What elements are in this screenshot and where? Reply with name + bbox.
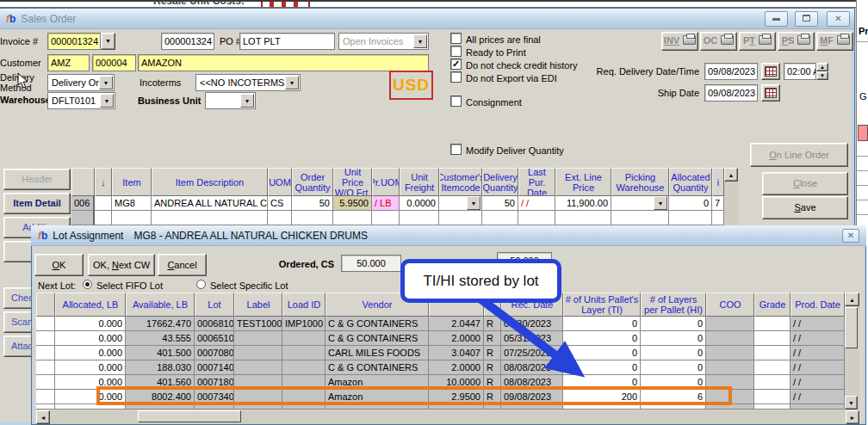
scroll-up-icon[interactable]: ▲	[724, 168, 738, 182]
fifo-lot-radio[interactable]	[83, 280, 92, 289]
invoice-input[interactable]: 000001324	[47, 33, 101, 50]
po-input[interactable]: LOT PLT	[239, 33, 335, 50]
cell-layers-per-pallet-hi[interactable]: 0	[641, 346, 706, 360]
lot-row[interactable]: 0.000 401.500 000708001 CARL MILES FOODS…	[36, 346, 859, 360]
modify-deliver-quantity-checkbox[interactable]	[450, 144, 462, 155]
cell-units-per-layer-ti[interactable]: 0	[563, 360, 641, 375]
chevron-down-icon[interactable]: ▼	[285, 76, 299, 89]
col-item[interactable]: Item	[112, 168, 152, 196]
col-allocated-quantity[interactable]: Allocated Quantity	[669, 168, 712, 196]
invoice-dropdown-button[interactable]: ▼	[101, 33, 115, 50]
close-button[interactable]: ✕	[827, 11, 850, 27]
hscroll-thumb[interactable]	[138, 410, 241, 422]
print-oc-button[interactable]: OC	[700, 32, 737, 51]
chevron-down-icon[interactable]: ▼	[240, 94, 254, 108]
chevron-down-icon[interactable]: ▼	[99, 76, 113, 89]
vscroll-thumb[interactable]	[845, 307, 858, 348]
col-customers-itemcode[interactable]: Customer's Itemcode	[439, 168, 482, 196]
row-selector[interactable]	[36, 331, 55, 346]
sales-order-titlebar[interactable]: fb Sales Order	[0, 9, 854, 29]
time-spinner[interactable]: ▲ ▼	[816, 63, 828, 80]
lot-row[interactable]: 0.000 188.030 000714001 C & G CONTAINERS…	[36, 360, 859, 375]
row-selector[interactable]	[36, 346, 55, 360]
sidebar-item-header[interactable]: Header	[3, 169, 71, 190]
lot-grid-hscrollbar[interactable]: ◄ ►	[36, 410, 859, 424]
item-row-empty[interactable]	[71, 211, 738, 225]
chevron-down-icon[interactable]: ▼	[413, 34, 427, 48]
ready-to-print-checkbox[interactable]	[450, 46, 462, 57]
req-delivery-date-input[interactable]: 09/08/2023	[704, 63, 758, 80]
ok-button[interactable]: OK	[34, 254, 84, 276]
cancel-button[interactable]: Cancel	[158, 254, 207, 276]
col-picking-warehouse[interactable]: Picking Warehouse	[611, 168, 669, 196]
specific-lot-radio[interactable]	[196, 280, 206, 289]
on-line-order-button[interactable]: On Line Order	[750, 143, 848, 167]
incoterms-select[interactable]: <<NO INCOTERMS>>▼	[195, 74, 301, 91]
scroll-down-icon[interactable]: ▼	[845, 396, 858, 410]
col-unit-freight[interactable]: Unit Freight	[400, 168, 439, 196]
lot-row[interactable]: 0.000 43.555 000651001 C & G CONTAINERS …	[36, 331, 859, 346]
all-prices-final-checkbox[interactable]	[450, 33, 462, 44]
col-grade[interactable]: Grade	[754, 293, 790, 317]
row-selector[interactable]	[36, 375, 55, 390]
invoice-number-field[interactable]: 000001324	[161, 33, 214, 50]
scroll-left-icon[interactable]: ◄	[36, 410, 50, 424]
spin-down-icon[interactable]: ▼	[816, 71, 828, 80]
no-credit-check-checkbox[interactable]: ✓	[450, 59, 462, 70]
open-invoices-select[interactable]: Open Invoices▼	[338, 33, 429, 50]
scroll-up-icon[interactable]: ▲	[845, 293, 859, 306]
minimize-button[interactable]	[765, 11, 788, 27]
spin-up-icon[interactable]: ▲	[816, 63, 828, 71]
row-selector[interactable]: 006	[71, 196, 95, 211]
business-unit-select[interactable]: ▼	[205, 92, 256, 109]
scroll-right-icon[interactable]: ►	[846, 410, 859, 424]
col-label[interactable]: Label	[234, 293, 282, 317]
col-item-description[interactable]: Item Description	[152, 168, 268, 196]
col-uom[interactable]: UOM	[268, 168, 292, 196]
cell-customers-itemcode[interactable]: ▼	[439, 196, 482, 211]
ok-next-cw-button[interactable]: OK, Next CW	[88, 254, 155, 276]
cell-units-per-layer-ti[interactable]: 0	[563, 346, 641, 360]
print-pt-button[interactable]: PT	[739, 32, 776, 51]
cell-units-per-layer-ti[interactable]: 0	[563, 331, 641, 346]
chevron-down-icon[interactable]: ▼	[100, 94, 114, 108]
col-available-lb[interactable]: Available, LB	[126, 293, 195, 317]
no-edi-export-checkbox[interactable]	[450, 71, 462, 83]
col-ext-line-price[interactable]: Ext. Line Price	[555, 168, 611, 196]
col-allocated-lb[interactable]: Allocated, LB	[55, 293, 126, 317]
cell-picking-warehouse[interactable]: ▼	[611, 196, 669, 211]
customer-code-input[interactable]: AMZ	[47, 54, 90, 71]
col-delivery-quantity[interactable]: Delivery Quantity	[482, 168, 518, 196]
cell-layers-per-pallet-hi[interactable]: 0	[641, 331, 706, 346]
close-order-button[interactable]: Close	[762, 172, 848, 195]
print-ps-button[interactable]: PS	[778, 32, 815, 51]
cell-units-per-layer-ti[interactable]: 0	[563, 317, 641, 331]
col-units-per-layer-ti[interactable]: # of Units Pallet's Layer (TI)	[563, 293, 641, 317]
col-coo[interactable]: COO	[706, 293, 754, 317]
lot-grid-vscrollbar[interactable]: ▲ ▼	[845, 293, 859, 410]
chevron-down-icon[interactable]: ▼	[467, 196, 480, 210]
col-last-pur-date[interactable]: Last Pur. Date	[518, 168, 555, 196]
cell-layers-per-pallet-hi[interactable]: 0	[641, 360, 706, 375]
req-delivery-calendar-button[interactable]	[761, 63, 780, 80]
customer-name-field[interactable]: AMAZON	[138, 54, 429, 71]
col-layers-per-pallet-hi[interactable]: # of Layers per Pallet (HI)	[641, 293, 706, 317]
col-order-quantity[interactable]: Order Quantity	[292, 168, 333, 196]
restore-button[interactable]	[795, 11, 818, 27]
lot-assignment-titlebar[interactable]: fb Lot Assignment MG8 - ANDREA ALL NATUR…	[31, 225, 866, 246]
warehouse-select[interactable]: DFLT0101▼	[47, 92, 115, 109]
row-selector[interactable]	[36, 360, 55, 375]
print-invoice-button[interactable]: INV	[661, 32, 698, 51]
dialog-close-button[interactable]: ✕	[842, 229, 859, 243]
item-row[interactable]: 006 MG8 ANDREA ALL NATURAL CHICKEN DRUMS…	[71, 196, 738, 211]
row-selector[interactable]	[36, 317, 55, 331]
req-delivery-time-input[interactable]: 02:00 AM	[784, 63, 816, 80]
save-button[interactable]: Save	[762, 196, 848, 219]
col-lot[interactable]: Lot	[195, 293, 234, 317]
print-mf-button[interactable]: MF	[816, 32, 853, 51]
lot-row[interactable]: 0.000 17662.470 000681002 TEST1000 IMP10…	[36, 317, 859, 331]
col-load-id[interactable]: Load ID	[282, 293, 326, 317]
row-selector[interactable]	[36, 390, 55, 404]
customer-number-input[interactable]: 000004	[92, 54, 136, 71]
col-unit-price[interactable]: Unit Price W/O Frt.	[333, 168, 372, 196]
